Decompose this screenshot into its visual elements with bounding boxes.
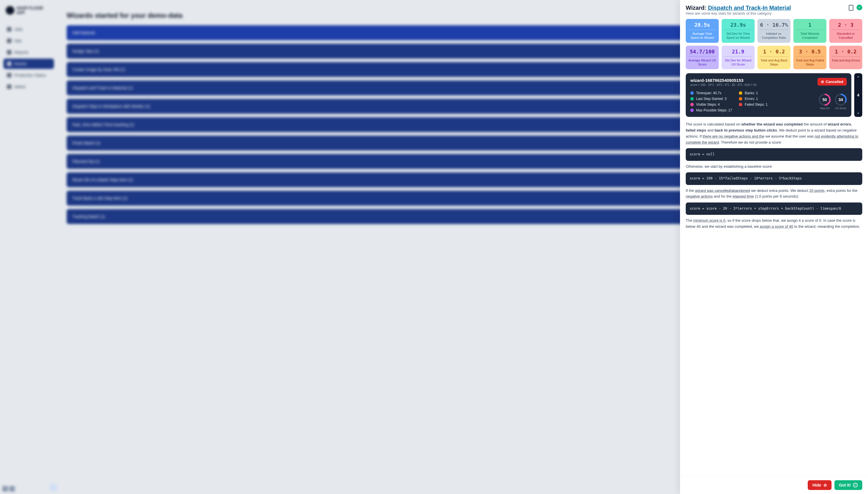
got-it-button[interactable]: Got it! ✓ bbox=[834, 480, 862, 490]
stat-card: 1 · 0.2Total and Avg Back Steps bbox=[757, 46, 790, 70]
stat-card: 28.5sAverage Time Spent on Wizard bbox=[686, 19, 719, 43]
stat-card: 54.7/100Average Wizard UX Score bbox=[686, 46, 719, 70]
metric-item: Timespan: 40.7s bbox=[690, 91, 732, 95]
explanation: The score is calculated based on whether… bbox=[686, 121, 862, 230]
gauge-ux: 34 UX Score bbox=[835, 94, 847, 110]
status-badge: ⊘ Cancelled bbox=[817, 78, 847, 86]
stat-card: 1 · 0.2Total and Avg Errors bbox=[829, 46, 862, 70]
check-icon[interactable]: ✓ bbox=[856, 5, 862, 10]
panel-title: Wizard: Dispatch and Track-In Material bbox=[686, 5, 791, 11]
metric-item: Backs: 1 bbox=[739, 91, 768, 95]
chevron-down-icon[interactable]: ⌄ bbox=[856, 110, 860, 115]
code-block-2: score = 100 - 15*failedSteps - 10*errors… bbox=[686, 172, 862, 185]
gauge-step: 50 Step 2/4 bbox=[818, 94, 831, 110]
stat-card: 2 · 3Discarded or Cancelled bbox=[829, 19, 862, 43]
stat-card: 6 · 16.7%Initiated vs. Completion Ratio bbox=[757, 19, 790, 43]
detail-panel: Wizard: Dispatch and Track-In Material H… bbox=[680, 0, 868, 494]
hide-button[interactable]: Hide ⊖ bbox=[808, 480, 831, 490]
zoom-out-icon: ⊖ bbox=[824, 483, 827, 488]
code-block-1: score = null bbox=[686, 148, 862, 160]
stat-grid: 28.5sAverage Time Spent on Wizard23.9sSt… bbox=[686, 19, 862, 69]
panel-subtitle: Here are some key stats for wizards of t… bbox=[686, 11, 791, 16]
check-circle-icon: ✓ bbox=[853, 483, 858, 488]
metric-item: Failed Steps: 1 bbox=[739, 102, 768, 107]
stat-card: 23.9sStd Dev for Time Spent on Wizard bbox=[722, 19, 755, 43]
score-formula: score = 100 - 15*1 - 10*1 - 5*1 - 20 - 3… bbox=[690, 83, 756, 87]
cancel-icon: ⊘ bbox=[821, 79, 824, 84]
wizard-title-link[interactable]: Dispatch and Track-In Material bbox=[708, 5, 791, 11]
wizard-id: wizard-1687962540905153 bbox=[690, 78, 756, 83]
chevron-up-icon[interactable]: ⌃ bbox=[856, 76, 860, 80]
detail-nav: ⌃ 4 ⌄ bbox=[854, 73, 862, 117]
metric-item: Max Possible Steps: 17 bbox=[690, 108, 732, 112]
document-icon[interactable] bbox=[848, 5, 854, 11]
code-block-3: score = score - 20 - 3*(errors + stepErr… bbox=[686, 203, 862, 215]
stat-card: 3 · 0.5Total and Avg Failed Steps bbox=[793, 46, 826, 70]
stat-card: 21.9Std Dev for Wizard UX Score bbox=[722, 46, 755, 70]
metric-item: Errors: 1 bbox=[739, 97, 768, 101]
stat-card: 1Total Wizards Completed bbox=[793, 19, 826, 43]
metric-item: Last Step Started: 3 bbox=[690, 97, 732, 101]
nav-count: 4 bbox=[857, 93, 860, 97]
wizard-detail-card: wizard-1687962540905153 score = 100 - 15… bbox=[686, 73, 851, 117]
panel-footer: Hide ⊖ Got it! ✓ bbox=[680, 476, 868, 494]
metric-item: Visible Steps: 4 bbox=[690, 102, 732, 107]
